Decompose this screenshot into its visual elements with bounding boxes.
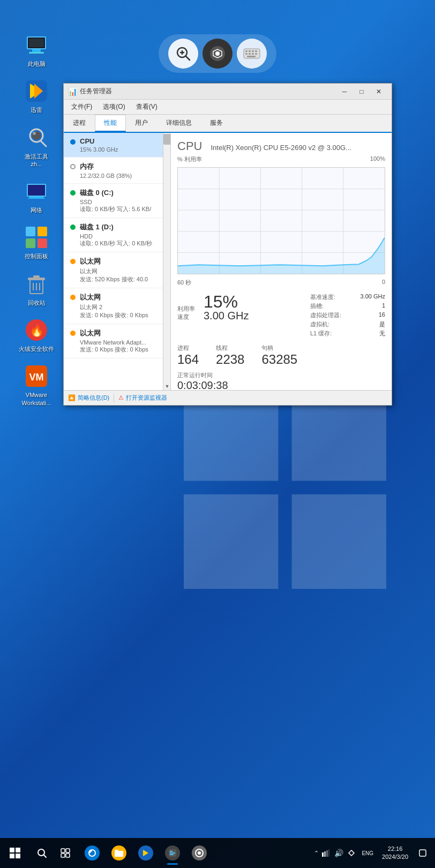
close-button[interactable]: ✕: [370, 86, 387, 98]
this-pc-label: 此电脑: [28, 60, 46, 68]
resource-item-ethernet1[interactable]: 以太网 以太网发送: 520 Kbps 接收: 40.0: [64, 252, 170, 288]
taskbar-edge[interactable]: [79, 838, 105, 868]
svg-rect-57: [10, 848, 14, 852]
disk0-dot: [70, 190, 76, 196]
desktop-icon-vmware[interactable]: VM VMwareWorkstati...: [16, 363, 57, 407]
menu-options[interactable]: 选项(O): [98, 101, 130, 113]
resource-item-ethernet3[interactable]: 以太网 VMware Network Adapt...发送: 0 Kbps 接收…: [64, 324, 170, 358]
svg-rect-20: [26, 238, 35, 248]
menu-file[interactable]: 文件(F): [66, 101, 98, 113]
ethernet1-label: 以太网: [80, 257, 164, 266]
search-tool-icon: [24, 125, 49, 151]
ethernet3-detail: VMware Network Adapt...发送: 0 Kbps 接收: 0 …: [80, 339, 164, 354]
base-speed-value: 3.00 GHz: [361, 293, 385, 301]
memory-info: 内存 12.2/32.0 GB (38%): [80, 162, 164, 179]
handle-stat: 句柄 63285: [261, 344, 297, 367]
notification-center[interactable]: [415, 838, 431, 868]
desktop-icon-fire-security[interactable]: 🔥 火绒安全软件: [16, 317, 57, 353]
svg-rect-5: [32, 49, 41, 52]
svg-rect-63: [61, 849, 65, 852]
minimize-button[interactable]: ─: [336, 86, 353, 98]
volume-icon[interactable]: 🔊: [333, 838, 344, 868]
virtual-machine-label: 虚拟机:: [310, 320, 329, 328]
svg-rect-45: [252, 53, 254, 55]
network-icon[interactable]: [346, 838, 357, 868]
taskbar-task-manager[interactable]: [160, 838, 185, 868]
svg-rect-59: [10, 854, 14, 858]
tab-users[interactable]: 用户: [126, 115, 157, 132]
svg-rect-2: [184, 495, 278, 589]
taskbar-xunlei[interactable]: [133, 838, 159, 868]
svg-rect-17: [28, 185, 45, 196]
zoom-button[interactable]: [168, 39, 198, 69]
svg-rect-72: [170, 854, 174, 855]
desktop-icon-search-tool[interactable]: 激活工具zh...: [16, 125, 57, 168]
resource-item-disk1[interactable]: 磁盘 1 (D:) HDD读取: 0 KB/秒 写入: 0 KB/秒: [64, 218, 170, 252]
svg-rect-73: [170, 851, 172, 852]
ethernet2-detail: 以太网 2发送: 0 Kbps 接收: 0 Kbps: [80, 303, 164, 319]
desktop-icon-recycle-bin[interactable]: 回收站: [16, 271, 57, 306]
desktop-icon-network[interactable]: 网络: [16, 178, 57, 214]
disk0-detail: SSD读取: 0 KB/秒 写入: 5.6 KB/: [80, 199, 164, 213]
svg-rect-21: [38, 238, 47, 248]
disk1-info: 磁盘 1 (D:) HDD读取: 0 KB/秒 写入: 0 KB/秒: [80, 222, 164, 248]
open-monitor-button[interactable]: ⚠ 打开资源监视器: [118, 394, 167, 402]
resource-item-ethernet2[interactable]: 以太网 以太网 2发送: 0 Kbps 接收: 0 Kbps: [64, 288, 170, 324]
network-monitor-icon[interactable]: [320, 838, 332, 868]
svg-rect-6: [29, 52, 44, 54]
start-button[interactable]: [0, 838, 30, 868]
desktop-icon-xunlei[interactable]: 迅雷: [16, 78, 57, 114]
left-panel-scrollbar[interactable]: ▼: [163, 133, 170, 390]
svg-rect-78: [326, 850, 328, 857]
xunlei-label: 迅雷: [31, 106, 42, 114]
tab-services[interactable]: 服务: [201, 115, 232, 132]
resource-item-disk0[interactable]: 磁盘 0 (C:) SSD读取: 0 KB/秒 写入: 5.6 KB/: [64, 184, 170, 218]
toolbar-top: [159, 34, 276, 73]
svg-rect-76: [322, 852, 324, 857]
brief-info-button[interactable]: 🔼 简略信息(D): [68, 394, 109, 402]
desktop-icons: 此电脑 迅雷 激活工具zh...: [16, 32, 57, 407]
resource-item-memory[interactable]: 内存 12.2/32.0 GB (38%): [64, 158, 170, 184]
system-tray-icons: ⌃ 🔊: [314, 838, 357, 868]
svg-line-13: [41, 141, 46, 146]
system-tray-expand[interactable]: ⌃: [314, 850, 319, 857]
window-controls: ─ □ ✕: [336, 86, 387, 98]
memory-detail: 12.2/32.0 GB (38%): [80, 173, 164, 179]
desktop-icon-this-pc[interactable]: 此电脑: [16, 32, 57, 68]
disk0-info: 磁盘 0 (C:) SSD读取: 0 KB/秒 写入: 5.6 KB/: [80, 188, 164, 213]
clock-date: 2024/3/20: [382, 853, 408, 861]
vmware-label: VMwareWorkstati...: [22, 391, 51, 407]
ethernet2-info: 以太网 以太网 2发送: 0 Kbps 接收: 0 Kbps: [80, 293, 164, 319]
resource-item-cpu[interactable]: CPU 15% 3.00 GHz: [64, 133, 170, 158]
menu-view[interactable]: 查看(V): [131, 101, 163, 113]
socket-label: 插槽:: [310, 302, 324, 310]
cpu-chart: [177, 167, 385, 274]
taskbar-camera[interactable]: [186, 838, 212, 868]
taskbar-task-view[interactable]: [54, 838, 77, 868]
svg-rect-77: [324, 851, 326, 857]
maximize-button[interactable]: □: [353, 86, 370, 98]
rdp-button[interactable]: [202, 39, 232, 69]
taskbar-file-explorer[interactable]: [106, 838, 132, 868]
uptime-section: 正常运行时间 0:03:09:38: [177, 371, 385, 390]
time-left: 60 秒: [177, 279, 191, 287]
task-manager-window: 📊 任务管理器 ─ □ ✕ 文件(F) 选项(O) 查看(V) 进程 性能 用户…: [63, 83, 392, 406]
resource-list: CPU 15% 3.00 GHz 内存 12.2/32.0 GB (38%) 磁…: [64, 133, 171, 390]
uptime-label: 正常运行时间: [177, 371, 385, 379]
desktop-icon-control-panel[interactable]: 控制面板: [16, 225, 57, 260]
svg-text:🔥: 🔥: [29, 323, 44, 338]
task-manager-tabs: 进程 性能 用户 详细信息 服务: [64, 115, 392, 133]
tab-process[interactable]: 进程: [64, 115, 95, 132]
keyboard-button[interactable]: [237, 39, 267, 69]
taskbar-clock[interactable]: 22:16 2024/3/20: [378, 845, 412, 862]
svg-point-75: [198, 851, 201, 855]
taskbar-search[interactable]: [30, 838, 54, 868]
time-labels: 60 秒 0: [177, 279, 385, 287]
tab-details[interactable]: 详细信息: [157, 115, 201, 132]
svg-line-33: [186, 56, 190, 60]
language-indicator[interactable]: ENG: [359, 850, 376, 856]
svg-rect-24: [33, 275, 40, 278]
disk1-label: 磁盘 1 (D:): [80, 222, 164, 232]
cpu-panel-label: CPU: [177, 139, 202, 153]
tab-performance[interactable]: 性能: [95, 115, 126, 132]
